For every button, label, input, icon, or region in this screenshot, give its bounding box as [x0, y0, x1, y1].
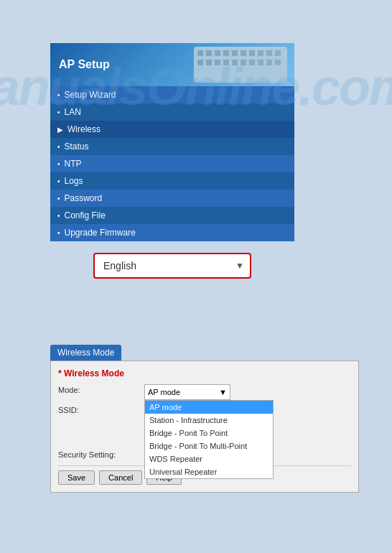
mode-control: AP mode ▼ AP mode Station - Infrastructu… — [144, 384, 351, 400]
page-title: AP Setup — [50, 58, 110, 71]
bullet-icon: • — [57, 108, 60, 116]
sidebar-item-label: Password — [65, 193, 103, 203]
bullet-icon: • — [57, 229, 60, 237]
save-button[interactable]: Save — [58, 470, 95, 485]
wireless-mode-tab[interactable]: Wireless Mode — [50, 345, 121, 361]
bullet-icon: • — [57, 160, 60, 168]
sidebar-item-label: Wireless — [67, 124, 101, 134]
mode-select-display[interactable]: AP mode ▼ — [144, 384, 230, 400]
dropdown-item-wds-repeater[interactable]: WDS Repeater — [145, 452, 273, 465]
bullet-icon: • — [57, 91, 60, 99]
language-select[interactable]: English Français Deutsch Español 中文 — [95, 254, 250, 277]
sidebar-item-label: NTP — [65, 159, 82, 169]
bullet-icon: • — [57, 143, 60, 151]
tab-label: Wireless Mode — [57, 348, 114, 358]
wireless-mode-section: Wireless Mode * Wireless Mode Mode: AP m… — [50, 345, 359, 493]
security-label: Security Setting: — [58, 450, 144, 459]
sidebar-item-label: Setup Wizard — [65, 90, 116, 100]
sidebar-item-wireless[interactable]: ▶ Wireless — [50, 121, 294, 138]
bullet-icon: • — [57, 212, 60, 220]
sidebar-item-lan[interactable]: • LAN — [50, 103, 294, 121]
language-container: English Français Deutsch Español 中文 ▼ — [50, 253, 294, 279]
dropdown-item-bridge-p2mp[interactable]: Bridge - Ponit To Multi-Point — [145, 440, 273, 452]
bullet-icon: • — [57, 195, 60, 203]
keyboard-image — [194, 47, 287, 83]
cancel-button[interactable]: Cancel — [99, 470, 142, 485]
sidebar-item-label: LAN — [65, 107, 81, 117]
dropdown-item-station[interactable]: Station - Infrastructure — [145, 414, 273, 427]
sidebar-item-password[interactable]: • Password — [50, 190, 294, 207]
mode-row: Mode: AP mode ▼ AP mode Station - Infras… — [58, 384, 351, 400]
sidebar-item-label: Status — [65, 141, 89, 152]
top-navigation-section: AP Setup • Setup Wizard • LAN ▶ Wireless… — [50, 43, 294, 279]
arrow-icon: ▶ — [57, 126, 63, 134]
sidebar-item-ntp[interactable]: • NTP — [50, 155, 294, 172]
form-section-title: * Wireless Mode — [58, 368, 351, 378]
sidebar-item-setup-wizard[interactable]: • Setup Wizard — [50, 86, 294, 103]
dropdown-item-ap-mode[interactable]: AP mode — [145, 401, 273, 414]
language-select-wrapper[interactable]: English Français Deutsch Español 中文 ▼ — [93, 253, 251, 279]
nav-menu: • Setup Wizard • LAN ▶ Wireless • Status… — [50, 86, 294, 241]
header-banner: AP Setup — [50, 43, 294, 86]
sidebar-item-label: Config File — [65, 210, 106, 220]
sidebar-item-status[interactable]: • Status — [50, 138, 294, 155]
dropdown-arrow-icon: ▼ — [219, 388, 227, 396]
mode-select-wrapper: AP mode ▼ AP mode Station - Infrastructu… — [144, 384, 230, 400]
mode-selected-value: AP mode — [148, 388, 180, 396]
mode-dropdown-list: AP mode Station - Infrastructure Bridge … — [144, 400, 274, 479]
sidebar-item-config-file[interactable]: • Config File — [50, 207, 294, 224]
bullet-icon: • — [57, 177, 60, 185]
mode-label: Mode: — [58, 384, 144, 394]
dropdown-item-bridge-p2p[interactable]: Bridge - Ponit To Point — [145, 427, 273, 440]
dropdown-item-universal-repeater[interactable]: Universal Repeater — [145, 465, 273, 478]
ssid-label: SSID: — [58, 404, 144, 414]
wireless-mode-form: * Wireless Mode Mode: AP mode ▼ AP mode … — [50, 361, 359, 493]
sidebar-item-label: Logs — [65, 176, 83, 186]
sidebar-item-label: Upgrade Firmware — [65, 228, 136, 238]
sidebar-item-upgrade-firmware[interactable]: • Upgrade Firmware — [50, 224, 294, 241]
sidebar-item-logs[interactable]: • Logs — [50, 172, 294, 190]
